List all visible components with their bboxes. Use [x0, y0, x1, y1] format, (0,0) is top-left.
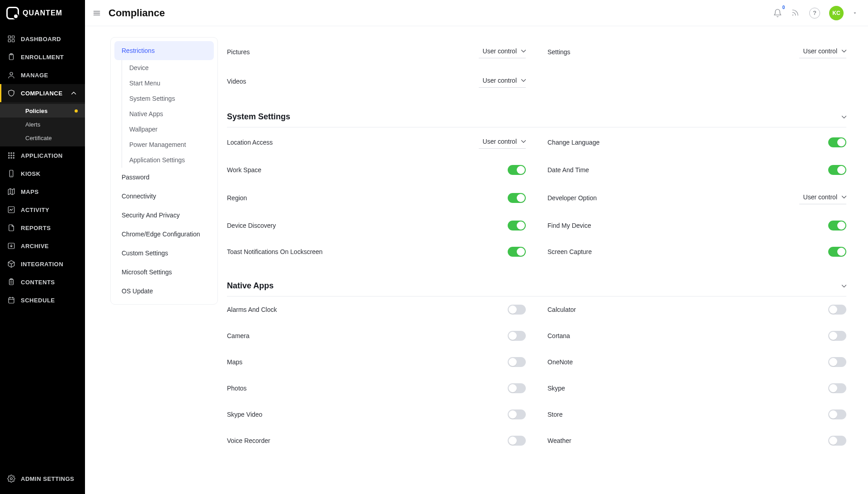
chevron-down-icon [840, 47, 845, 55]
page-title: Compliance [108, 7, 165, 19]
sidebar-item-label: Integration [21, 261, 63, 268]
sidebar-item-label: Enrollment [21, 54, 64, 61]
select-value: User control [803, 193, 837, 201]
toggle-alarms-and-clock[interactable] [508, 305, 526, 315]
select-location-access[interactable]: User control [479, 136, 526, 149]
toggle-screen-capture[interactable] [828, 247, 846, 257]
rail-subitem-wallpaper[interactable]: Wallpaper [122, 122, 214, 137]
toggle-cortana[interactable] [828, 331, 846, 341]
svg-rect-27 [9, 298, 14, 303]
section-head-native-apps[interactable]: Native Apps [227, 274, 846, 296]
setting-label: Date And Time [547, 166, 589, 174]
toggle-device-discovery[interactable] [508, 221, 526, 231]
sidebar-subitem-label: Certificate [25, 135, 52, 141]
sidebar-subitem-label: Alerts [25, 121, 40, 128]
sidebar-item-application[interactable]: Application [0, 146, 85, 165]
apps-icon [7, 151, 15, 160]
rail-item-password[interactable]: Password [114, 168, 214, 187]
select-settings[interactable]: User control [799, 45, 846, 58]
sidebar-item-maps[interactable]: Maps [0, 183, 85, 201]
sidebar-item-kiosk[interactable]: Kiosk [0, 165, 85, 183]
sidebar-item-contents[interactable]: Contents [0, 273, 85, 291]
sidebar-item-integration[interactable]: Integration [0, 255, 85, 273]
toggle-toast-notifications-on-lockscreen[interactable] [508, 247, 526, 257]
sidebar-item-archive[interactable]: Archive [0, 237, 85, 255]
sidebar-item-label: Maps [21, 188, 39, 195]
rail-subitem-label: Start Menu [129, 80, 160, 87]
toggle-region[interactable] [508, 193, 526, 203]
toggle-skype-video[interactable] [508, 409, 526, 419]
toggle-calculator[interactable] [828, 305, 846, 315]
sidebar-item-manage[interactable]: Manage [0, 66, 85, 84]
toggle-work-space[interactable] [508, 165, 526, 175]
sidebar-subitem-alerts[interactable]: Alerts [0, 118, 85, 131]
map-icon [7, 188, 15, 196]
toggle-change-language[interactable] [828, 137, 846, 147]
settings-grid: Location Access User control Change Lang… [227, 127, 846, 265]
toggle-photos[interactable] [508, 383, 526, 393]
toggle-onenote[interactable] [828, 357, 846, 367]
select-value: User control [483, 47, 517, 55]
sidebar-item-dashboard[interactable]: Dashboard [0, 30, 85, 48]
rail-subitem-label: Native Apps [129, 110, 163, 118]
rail-subitem-application-settings[interactable]: Application Settings [122, 152, 214, 168]
select-developer-option[interactable]: User control [799, 191, 846, 204]
toggle-find-my-device[interactable] [828, 221, 846, 231]
setting-label: Change Language [547, 139, 599, 146]
primary-nav: Dashboard Enrollment Manage Compliance P… [0, 26, 85, 463]
sidebar-subitem-certificate[interactable]: Certificate [0, 131, 85, 145]
select-pictures[interactable]: User control [479, 45, 526, 58]
setting-store: Store [547, 401, 846, 428]
rail-item-microsoft-settings[interactable]: Microsoft Settings [114, 263, 214, 282]
select-videos[interactable]: User control [479, 75, 526, 88]
setting-photos: Photos [227, 375, 526, 401]
toggle-skype[interactable] [828, 383, 846, 393]
rail-subitem-native-apps[interactable]: Native Apps [122, 106, 214, 122]
sidebar-item-schedule[interactable]: Schedule [0, 291, 85, 309]
section-head-system-settings[interactable]: System Settings [227, 105, 846, 127]
rail-subitem-power-management[interactable]: Power Management [122, 137, 214, 152]
svg-point-9 [13, 153, 14, 154]
rail-item-connectivity[interactable]: Connectivity [114, 187, 214, 206]
cube-icon [7, 260, 15, 268]
activity-icon [7, 206, 15, 214]
help-button[interactable]: ? [809, 8, 820, 19]
rail-subitem-label: System Settings [129, 95, 175, 102]
setting-toast-notifications-on-lockscreen: Toast Notifications On Lockscreen [227, 239, 526, 265]
rail-item-restrictions[interactable]: Restrictions [114, 41, 214, 60]
setting-label: Settings [547, 48, 571, 56]
menu-toggle-button[interactable] [91, 8, 102, 19]
sidebar-item-reports[interactable]: Reports [0, 219, 85, 237]
user-menu-caret[interactable] [853, 11, 857, 15]
feed-button[interactable] [791, 9, 800, 18]
toggle-camera[interactable] [508, 331, 526, 341]
setting-pictures: Pictures User control [227, 37, 526, 66]
rail-item-os-update[interactable]: OS Update [114, 282, 214, 301]
sidebar-subitem-policies[interactable]: Policies [0, 104, 85, 118]
rail-subitem-device[interactable]: Device [122, 60, 214, 75]
rail-item-chrome-edge-configuration[interactable]: Chrome/Edge Configuration [114, 225, 214, 244]
sidebar-item-enrollment[interactable]: Enrollment [0, 48, 85, 66]
rail-subitem-start-menu[interactable]: Start Menu [122, 75, 214, 91]
user-avatar[interactable]: KC [829, 6, 844, 20]
setting-settings: Settings User control [547, 37, 846, 66]
toggle-date-and-time[interactable] [828, 165, 846, 175]
sidebar-item-admin-settings[interactable]: Admin Settings [0, 470, 85, 488]
rail-subitem-system-settings[interactable]: System Settings [122, 91, 214, 106]
sidebar-item-compliance[interactable]: Compliance [0, 84, 85, 102]
toggle-weather[interactable] [828, 436, 846, 446]
sidebar-item-activity[interactable]: Activity [0, 201, 85, 219]
notifications-button[interactable]: 0 [773, 9, 782, 18]
toggle-store[interactable] [828, 409, 846, 419]
toggle-voice-recorder[interactable] [508, 436, 526, 446]
setting-maps: Maps [227, 349, 526, 375]
rail-item-security-and-privacy[interactable]: Security And Privacy [114, 206, 214, 225]
toggle-maps[interactable] [508, 357, 526, 367]
sidebar-subitem-label: Policies [25, 108, 47, 114]
setting-label: OneNote [547, 358, 573, 366]
settings-form[interactable]: Pictures User control Settings User cont… [227, 37, 857, 494]
sidebar-item-label: Archive [21, 243, 49, 249]
clipboard-icon [7, 53, 15, 61]
rail-item-custom-settings[interactable]: Custom Settings [114, 244, 214, 263]
chevron-down-icon [840, 113, 846, 121]
